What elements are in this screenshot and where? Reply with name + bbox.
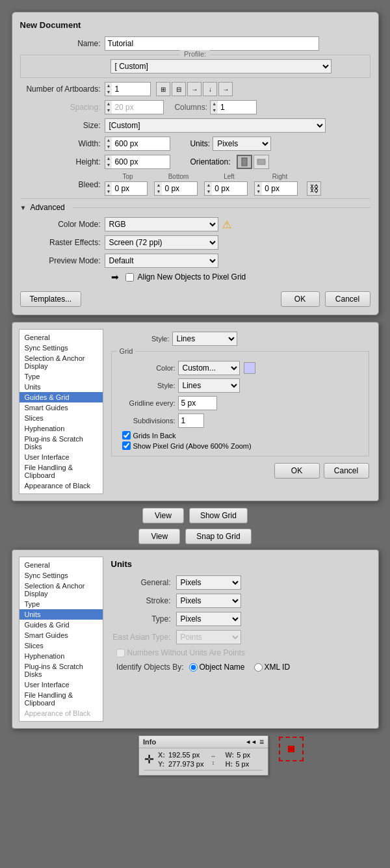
info-collapse-icon[interactable]: ◄◄ [245,739,257,745]
units-select[interactable]: Pixels [213,137,271,151]
height-up[interactable]: ▲ [105,155,112,162]
align-checkbox[interactable] [125,273,134,282]
sidebar-item-slices[interactable]: Slices [20,413,103,423]
bleed-right-arrows[interactable]: ▲ ▼ [254,181,262,196]
bleed-left-input[interactable] [212,181,248,196]
cancel-button[interactable]: Cancel [325,291,370,307]
sidebar-item-general[interactable]: General [20,332,103,343]
bleed-left-up[interactable]: ▲ [205,182,212,189]
name-input[interactable] [105,36,319,51]
type-units-select[interactable]: Pixels [176,612,241,626]
guides-style-select[interactable]: Lines [172,332,237,346]
prefs2-sidebar-units[interactable]: Units [20,609,103,620]
artboards-arrows[interactable]: ▲ ▼ [105,82,112,96]
sidebar-item-hyphenation[interactable]: Hyphenation [20,423,103,434]
bleed-top-arrows[interactable]: ▲ ▼ [105,181,112,196]
columns-input[interactable] [218,100,257,114]
spacing-down[interactable]: ▼ [105,107,112,114]
link-bleed-button[interactable]: ⛓ [307,181,321,196]
landscape-button[interactable] [254,155,269,169]
sidebar-item-type[interactable]: Type [20,371,103,382]
prefs-ok-button[interactable]: OK [274,463,320,479]
sidebar-item-ui[interactable]: User Interface [20,452,103,462]
height-input[interactable] [112,155,170,169]
bleed-bottom-input[interactable] [162,181,198,196]
size-select[interactable]: [Custom] [105,118,326,133]
grid-style-select[interactable]: Lines [178,378,240,393]
east-asian-units-select[interactable]: Points [176,630,241,644]
artboards-up[interactable]: ▲ [105,83,112,89]
sidebar-item-selection[interactable]: Selection & Anchor Display [20,353,103,371]
columns-up[interactable]: ▲ [211,101,218,107]
prefs2-sidebar-general[interactable]: General [20,560,103,570]
grid-color-swatch[interactable] [244,362,255,374]
prefs2-sidebar-plugins[interactable]: Plug-ins & Scratch Disks [20,661,103,679]
prefs2-sidebar-sync[interactable]: Sync Settings [20,570,103,581]
width-arrows[interactable]: ▲ ▼ [105,137,112,151]
bleed-bottom-down[interactable]: ▼ [155,189,162,195]
artboard-grid2-icon[interactable]: ⊟ [172,82,186,96]
bleed-top-up[interactable]: ▲ [105,182,112,189]
xml-id-radio[interactable] [254,663,263,672]
width-input[interactable] [112,137,170,151]
bleed-right-input[interactable] [262,181,298,196]
preview-select[interactable]: Default [105,254,218,268]
prefs2-sidebar-type[interactable]: Type [20,599,103,609]
stroke-units-select[interactable]: Pixels [176,594,241,608]
sidebar-item-file[interactable]: File Handling & Clipboard [20,462,103,480]
bleed-top-down[interactable]: ▼ [105,189,112,195]
general-units-select[interactable]: Pixels [176,575,241,590]
sidebar-item-appearance[interactable]: Appearance of Black [20,480,103,491]
width-up[interactable]: ▲ [105,137,112,144]
artboard-right-icon[interactable]: → [218,82,233,96]
prefs2-sidebar-slices[interactable]: Slices [20,640,103,651]
prefs2-sidebar-selection[interactable]: Selection & Anchor Display [20,581,103,599]
subdivisions-input[interactable] [178,414,204,428]
color-mode-select[interactable]: RGB [105,217,218,231]
columns-down[interactable]: ▼ [211,107,218,114]
sidebar-item-guides-grid[interactable]: Guides & Grid [20,392,103,402]
prefs2-sidebar-ui[interactable]: User Interface [20,679,103,690]
width-down[interactable]: ▼ [105,144,112,150]
bleed-left-arrows[interactable]: ▲ ▼ [204,181,212,196]
info-menu-icon[interactable]: ≡ [259,737,264,746]
height-arrows[interactable]: ▲ ▼ [105,155,112,169]
sidebar-item-smart-guides[interactable]: Smart Guides [20,402,103,413]
spacing-up[interactable]: ▲ [105,101,112,107]
artboard-row-icon[interactable]: → [187,82,202,96]
artboard-col-icon[interactable]: ↓ [203,82,217,96]
show-pixel-grid-checkbox[interactable] [122,441,131,450]
bleed-bottom-arrows[interactable]: ▲ ▼ [154,181,162,196]
artboard-grid-icon[interactable]: ⊞ [156,82,170,96]
prefs2-sidebar-smart-guides[interactable]: Smart Guides [20,630,103,640]
raster-select[interactable]: Screen (72 ppi) [105,235,218,250]
prefs2-sidebar-file[interactable]: File Handling & Clipboard [20,690,103,708]
bleed-right-down[interactable]: ▼ [255,189,262,195]
portrait-button[interactable] [237,155,252,169]
object-name-radio[interactable] [189,663,198,672]
columns-arrows[interactable]: ▲ ▼ [210,100,218,114]
grids-in-back-checkbox[interactable] [122,431,131,440]
artboards-input[interactable] [112,82,151,96]
gridline-input[interactable] [178,396,217,410]
sidebar-item-units[interactable]: Units [20,382,103,392]
grid-color-select[interactable]: Custom... [178,361,240,375]
bleed-right-up[interactable]: ▲ [255,182,262,189]
sidebar-item-sync[interactable]: Sync Settings [20,343,103,353]
prefs2-sidebar-guides-grid[interactable]: Guides & Grid [20,620,103,630]
ok-button[interactable]: OK [281,291,320,307]
artboards-down[interactable]: ▼ [105,89,112,96]
prefs2-sidebar-hyphenation[interactable]: Hyphenation [20,651,103,661]
bleed-bottom-up[interactable]: ▲ [155,182,162,189]
view-button-2[interactable]: View [138,529,180,544]
bleed-left-down[interactable]: ▼ [205,189,212,195]
templates-button[interactable]: Templates... [20,291,82,307]
spacing-arrows[interactable]: ▲ ▼ [105,100,112,114]
show-grid-button[interactable]: Show Grid [189,508,248,523]
snap-to-grid-button[interactable]: Snap to Grid [185,529,251,544]
view-button-1[interactable]: View [142,508,184,523]
advanced-toggle[interactable]: ▼ [20,204,27,211]
prefs-cancel-button[interactable]: Cancel [324,463,369,479]
profile-select[interactable]: [ Custom] [110,59,332,73]
height-down[interactable]: ▼ [105,162,112,168]
